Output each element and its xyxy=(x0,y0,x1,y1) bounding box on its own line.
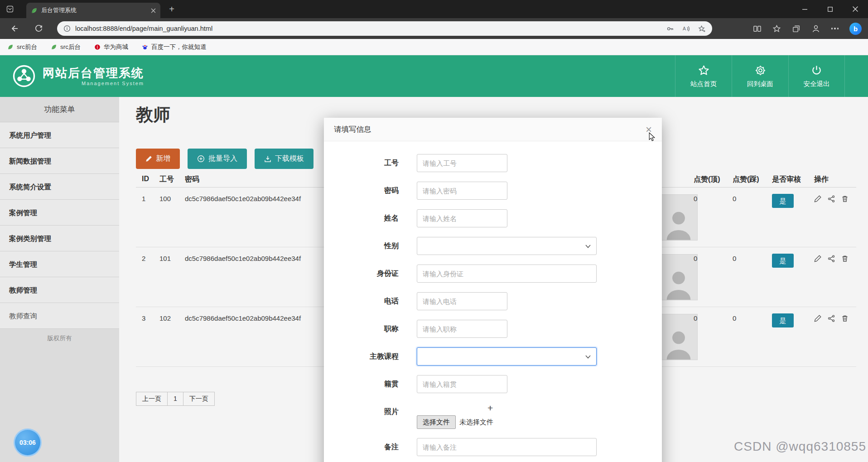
remark-input[interactable] xyxy=(417,438,597,456)
edit-icon[interactable] xyxy=(814,195,822,203)
back-to-desktop-button[interactable]: 回到桌面 xyxy=(732,55,788,97)
add-photo-button[interactable]: + xyxy=(487,403,493,414)
site-info-icon[interactable] xyxy=(63,25,71,32)
window-close-button[interactable] xyxy=(843,0,868,18)
form-row-main-course: 主教课程 xyxy=(324,347,662,375)
avatar xyxy=(659,194,698,241)
sidebar-item-teacher-mgmt[interactable]: 教师管理 xyxy=(0,277,119,303)
phone-input[interactable] xyxy=(417,292,507,310)
field-label: 密码 xyxy=(324,182,399,200)
safe-logout-button[interactable]: 安全退出 xyxy=(788,55,845,97)
back-button[interactable] xyxy=(10,24,20,34)
share-icon[interactable] xyxy=(828,195,835,203)
chevron-down-icon xyxy=(585,355,591,359)
window-minimize-button[interactable] xyxy=(792,0,817,18)
share-icon[interactable] xyxy=(828,255,835,263)
site-logo-icon xyxy=(12,64,36,88)
form-row-password: 密码 xyxy=(324,182,662,209)
tab-close-icon[interactable] xyxy=(151,8,156,13)
person-placeholder-icon xyxy=(665,267,693,300)
form-row-id-card: 身份证 xyxy=(324,265,662,292)
baidu-paw-icon xyxy=(142,44,148,50)
sidebar-item-student-mgmt[interactable]: 学生管理 xyxy=(0,251,119,277)
job-title-input[interactable] xyxy=(417,320,507,338)
add-button[interactable]: 新增 xyxy=(136,149,180,169)
prev-page-button[interactable]: 上一页 xyxy=(136,392,168,406)
sidebar-item-case-mgmt[interactable]: 案例管理 xyxy=(0,200,119,226)
delete-icon[interactable] xyxy=(841,255,849,263)
leaf-icon xyxy=(7,44,14,50)
gear-icon xyxy=(754,64,767,77)
window-controls xyxy=(792,0,868,18)
field-label: 主教课程 xyxy=(324,347,399,366)
delete-icon[interactable] xyxy=(841,315,849,322)
huawei-flower-icon xyxy=(94,44,101,50)
modal-header: 请填写信息 × xyxy=(324,118,662,141)
bookmark-src-backend[interactable]: src后台 xyxy=(51,43,81,51)
svg-text:A: A xyxy=(683,26,686,31)
pencil-icon xyxy=(145,155,152,162)
sidebar-item-system-users[interactable]: 系统用户管理 xyxy=(0,122,119,148)
edit-icon[interactable] xyxy=(814,315,822,322)
toolbar-buttons: 新增 批量导入 下载模板 xyxy=(136,149,313,169)
bookmark-src-frontend[interactable]: src前台 xyxy=(7,43,37,51)
choose-file-button[interactable]: 选择文件 xyxy=(417,415,456,429)
browser-titlebar: 后台管理系统 + xyxy=(0,0,868,18)
screen: 后台管理系统 + lo xyxy=(0,0,868,462)
tab-actions-icon[interactable] xyxy=(5,5,14,14)
password-input[interactable] xyxy=(417,182,507,200)
profile-avatar-icon[interactable] xyxy=(811,24,820,33)
new-tab-button[interactable]: + xyxy=(167,4,177,14)
form-row-phone: 电话 xyxy=(324,292,662,320)
bookmark-huawei-mall[interactable]: 华为商城 xyxy=(94,43,128,51)
job-no-input[interactable] xyxy=(417,154,507,172)
window-maximize-button[interactable] xyxy=(817,0,843,18)
chevron-down-icon xyxy=(585,245,591,248)
delete-icon[interactable] xyxy=(841,195,849,203)
field-label: 籍贯 xyxy=(324,375,399,393)
field-label: 职称 xyxy=(324,320,399,338)
form-row-remark: 备注 xyxy=(324,438,662,462)
add-favorite-star-icon[interactable] xyxy=(698,25,706,33)
person-placeholder-icon xyxy=(665,327,693,360)
tab-favicon-leaf-icon xyxy=(31,7,38,14)
site-home-button[interactable]: 站点首页 xyxy=(675,55,732,97)
person-placeholder-icon xyxy=(665,207,693,240)
next-page-button[interactable]: 下一页 xyxy=(183,392,215,406)
sidebar-item-case-category[interactable]: 案例类别管理 xyxy=(0,226,119,251)
url-text[interactable]: localhost:8888/end/page/main_guanliyuan.… xyxy=(75,25,662,32)
bing-copilot-icon[interactable]: b xyxy=(849,23,862,35)
split-screen-icon[interactable] xyxy=(753,24,762,33)
name-input[interactable] xyxy=(417,209,507,227)
sidebar-item-news-data[interactable]: 新闻数据管理 xyxy=(0,148,119,174)
hometown-input[interactable] xyxy=(417,375,507,393)
fill-info-modal: 请填写信息 × 工号 密码 姓名 性别 xyxy=(324,118,662,462)
page-number-button[interactable]: 1 xyxy=(167,392,183,406)
password-key-icon[interactable] xyxy=(666,25,674,33)
edit-icon[interactable] xyxy=(814,255,822,263)
form-row-title: 职称 xyxy=(324,320,662,347)
row-operations xyxy=(814,315,849,322)
bookmark-baidu[interactable]: 百度一下，你就知道 xyxy=(142,43,207,51)
browser-toolbar: localhost:8888/end/page/main_guanliyuan.… xyxy=(0,18,868,39)
browser-tab[interactable]: 后台管理系统 xyxy=(26,3,160,18)
refresh-button[interactable] xyxy=(34,24,44,34)
sidebar-item-system-intro[interactable]: 系统简介设置 xyxy=(0,174,119,200)
form-row-hometown: 籍贯 xyxy=(324,375,662,403)
sidebar-copyright: 版权所有 xyxy=(0,329,119,348)
share-icon[interactable] xyxy=(828,315,835,322)
id-card-input[interactable] xyxy=(417,265,597,283)
download-template-button[interactable]: 下载模板 xyxy=(255,149,313,169)
favorites-star-icon[interactable] xyxy=(772,24,781,33)
photo-upload-widget: + 选择文件 未选择文件 xyxy=(417,403,493,429)
batch-import-button[interactable]: 批量导入 xyxy=(188,149,247,169)
form-row-gender: 性别 xyxy=(324,237,662,265)
site-header: 网站后台管理系统 Management System 站点首页 回到桌面 安 xyxy=(0,55,868,97)
collections-icon[interactable] xyxy=(792,24,800,33)
gender-select[interactable] xyxy=(417,237,597,255)
main-course-select[interactable] xyxy=(417,347,597,366)
settings-more-icon[interactable] xyxy=(831,28,839,29)
address-bar[interactable]: localhost:8888/end/page/main_guanliyuan.… xyxy=(57,21,712,36)
sidebar-item-teacher-query[interactable]: 教师查询 xyxy=(0,303,119,329)
read-aloud-icon[interactable]: A xyxy=(682,25,690,33)
